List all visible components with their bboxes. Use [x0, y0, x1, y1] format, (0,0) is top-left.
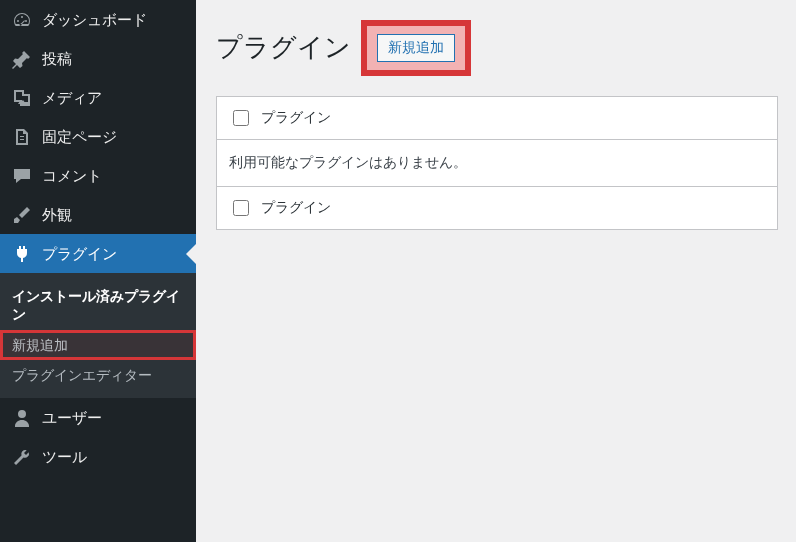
dashboard-icon	[10, 9, 34, 30]
brush-icon	[10, 204, 34, 225]
sidebar-item-tools[interactable]: ツール	[0, 437, 196, 476]
select-all-bottom[interactable]	[229, 197, 253, 219]
plugin-icon	[10, 243, 34, 264]
submenu-item-installed-plugins[interactable]: インストール済みプラグイン	[0, 281, 196, 329]
sidebar-item-plugins[interactable]: プラグイン	[0, 234, 196, 273]
table-footer-row: プラグイン	[217, 187, 777, 229]
page-title-bar: プラグイン 新規追加	[216, 20, 776, 76]
select-all-top[interactable]	[229, 107, 253, 129]
select-all-checkbox[interactable]	[233, 200, 249, 216]
no-items-message: 利用可能なプラグインはありません。	[217, 140, 777, 187]
wrench-icon	[10, 446, 34, 467]
admin-sidebar: ダッシュボード 投稿 メディア 固	[0, 0, 196, 542]
comment-icon	[10, 165, 34, 186]
submenu-item-label: インストール済みプラグイン	[12, 288, 180, 322]
sidebar-item-dashboard[interactable]: ダッシュボード	[0, 0, 196, 39]
sidebar-item-label: ユーザー	[42, 408, 102, 428]
sidebar-item-label: ツール	[42, 447, 87, 467]
add-new-highlight: 新規追加	[361, 20, 471, 76]
submenu-item-label: 新規追加	[12, 337, 68, 353]
select-all-checkbox[interactable]	[233, 110, 249, 126]
sidebar-item-label: 固定ページ	[42, 127, 117, 147]
add-new-button[interactable]: 新規追加	[377, 34, 455, 62]
submenu-item-label: プラグインエディター	[12, 367, 152, 383]
sidebar-item-label: 投稿	[42, 49, 72, 69]
plugins-table: プラグイン 利用可能なプラグインはありません。 プラグイン	[216, 96, 778, 230]
sidebar-item-users[interactable]: ユーザー	[0, 398, 196, 437]
page-title: プラグイン	[216, 31, 351, 65]
sidebar-item-posts[interactable]: 投稿	[0, 39, 196, 78]
sidebar-submenu-plugins: インストール済みプラグイン 新規追加 プラグインエディター	[0, 273, 196, 398]
table-header-row: プラグイン	[217, 97, 777, 140]
sidebar-item-appearance[interactable]: 外観	[0, 195, 196, 234]
sidebar-item-label: コメント	[42, 166, 102, 186]
column-plugin-header[interactable]: プラグイン	[253, 109, 765, 127]
submenu-item-add-new[interactable]: 新規追加	[0, 330, 196, 360]
sidebar-item-label: メディア	[42, 88, 102, 108]
sidebar-item-label: 外観	[42, 205, 72, 225]
page-icon	[10, 126, 34, 147]
media-icon	[10, 87, 34, 108]
sidebar-item-label: プラグイン	[42, 244, 117, 264]
submenu-item-plugin-editor[interactable]: プラグインエディター	[0, 360, 196, 390]
column-plugin-footer[interactable]: プラグイン	[253, 199, 765, 217]
pin-icon	[10, 48, 34, 69]
user-icon	[10, 407, 34, 428]
sidebar-item-label: ダッシュボード	[42, 10, 147, 30]
main-content: プラグイン 新規追加 プラグイン 利用可能なプラグインはありません。 プラグイン	[196, 0, 796, 542]
sidebar-item-media[interactable]: メディア	[0, 78, 196, 117]
sidebar-item-pages[interactable]: 固定ページ	[0, 117, 196, 156]
sidebar-item-comments[interactable]: コメント	[0, 156, 196, 195]
